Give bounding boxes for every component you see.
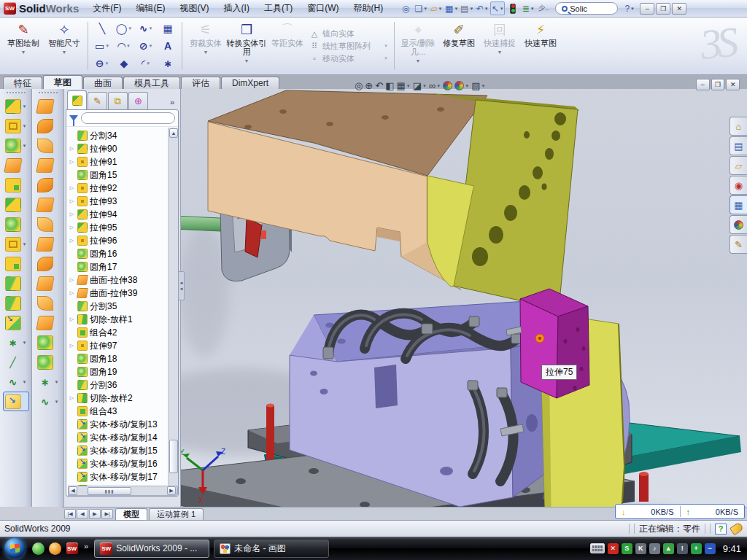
expand-arrow-icon[interactable]: ▷ [69, 185, 75, 191]
tree-item-曲面-拉伸39[interactable]: ▷曲面-拉伸39 [66, 287, 168, 300]
doc-nav-|◀[interactable]: |◀ [64, 509, 76, 519]
file-explorer-tab[interactable]: ▱ [729, 156, 747, 175]
design-library-tab[interactable]: ▤ [729, 136, 747, 155]
model-canvas[interactable]: Y Z X [181, 89, 747, 507]
tray-key-icon[interactable]: K [635, 543, 646, 554]
tray-sync-icon[interactable]: ▲ [663, 543, 674, 554]
tree-item-组合42[interactable]: 组合42 [66, 326, 168, 339]
circle-icon[interactable]: ◯▼ [113, 20, 135, 37]
solidworks-resources-tab[interactable]: ⌂ [729, 117, 747, 136]
tree-item-实体-移动/复制13[interactable]: 实体-移动/复制13 [66, 418, 168, 431]
solidworks-search-tab[interactable]: ◉ [729, 176, 747, 195]
tree-item-拉伸93[interactable]: ▷拉伸93 [66, 195, 168, 208]
expand-arrow-icon[interactable]: ▷ [69, 146, 75, 152]
toolbar-grip[interactable] [7, 92, 26, 93]
overflow-icon[interactable]: 少.. [536, 1, 551, 15]
surface-cut-icon[interactable] [37, 254, 59, 273]
menu-工具(T)[interactable]: 工具(T) [258, 0, 299, 17]
arc-icon[interactable]: ◠▼ [113, 37, 135, 55]
button-草图绘制[interactable]: ✎草图绘制▼ [3, 19, 44, 73]
view-settings-icon[interactable]: ▨▼ [471, 80, 485, 91]
close-button[interactable]: ✕ [672, 3, 686, 15]
tray-network-warning-icon[interactable]: ! [677, 543, 688, 554]
expand-arrow-icon[interactable]: ▷ [69, 198, 75, 204]
view-orientation-icon[interactable]: ▦▼ [396, 80, 410, 91]
boundary-surface-icon[interactable] [37, 155, 59, 175]
tree-item-圆角16[interactable]: 圆角16 [66, 247, 168, 260]
help-button[interactable]: ?▼ [622, 1, 637, 15]
tray-antivirus-icon[interactable]: ✕ [608, 543, 619, 554]
propertymanager-tab[interactable]: ✎ [88, 92, 107, 109]
shell-icon[interactable] [5, 175, 27, 195]
tree-item-拉伸96[interactable]: ▷拉伸96 [66, 234, 168, 247]
tree-item-拉伸90[interactable]: ▷拉伸90 [66, 142, 168, 155]
tab-草图[interactable]: 草图 [43, 75, 82, 89]
checklist-icon[interactable]: ≣▼ [521, 1, 535, 15]
status-help-icon[interactable]: ? [715, 524, 727, 534]
previous-view-icon[interactable]: ↶ [375, 80, 383, 91]
scroll-right-button[interactable]: ▶ [167, 486, 176, 495]
boss-extrude-icon[interactable]: ▼ [5, 96, 27, 116]
featuremanager-tab[interactable] [67, 90, 87, 109]
zoom-area-icon[interactable]: ⊕ [365, 80, 373, 91]
tab-DimXpert[interactable]: DimXpert [221, 77, 279, 89]
doc-tab-运动算例 1[interactable]: 运动算例 1 [149, 508, 204, 520]
panel-splitter[interactable]: ◂◂ [178, 271, 185, 300]
quicklaunch-messenger-icon[interactable] [32, 542, 44, 555]
move-copy-body-icon[interactable] [5, 313, 27, 332]
c-surface-icon[interactable] [37, 136, 59, 155]
point-icon[interactable]: ∗ [157, 55, 179, 72]
rectangle-icon[interactable]: ▭▼ [91, 37, 113, 55]
view-palette-tab[interactable]: ▦ [729, 195, 747, 214]
toolbar-grip[interactable] [39, 92, 58, 93]
task-未命名 - 画图[interactable]: 未命名 - 画图 [214, 540, 329, 558]
traffic-light-icon[interactable] [506, 1, 520, 15]
rib-icon[interactable] [5, 155, 27, 175]
task-SolidWorks 2009 - ...[interactable]: SWSolidWorks 2009 - ... [94, 540, 209, 558]
thicken-icon[interactable] [37, 313, 59, 332]
save-icon[interactable]: ▦▼ [444, 1, 459, 15]
zoom-fit-icon[interactable]: ◎ [355, 80, 363, 91]
ref-point-icon[interactable]: ∗▼ [37, 372, 59, 392]
graphics-viewport[interactable]: Y Z X ◎⊕↶◧▦▼◪▼∞▼▼▨▼ 拉伸75 [181, 89, 747, 507]
knit-surface-icon[interactable] [37, 175, 59, 195]
split-body-icon[interactable] [5, 293, 27, 313]
select-icon[interactable]: ↖▼ [490, 1, 505, 15]
extend-surface-icon[interactable] [37, 214, 59, 234]
dome-icon[interactable] [5, 214, 27, 234]
combine-icon[interactable] [5, 254, 27, 273]
edit-appearance-icon[interactable] [443, 81, 452, 90]
scroll-up-button[interactable]: ▲ [169, 128, 178, 138]
button-智能尺寸[interactable]: ✧智能尺寸▼ [44, 19, 85, 73]
line-icon[interactable]: ╲ [91, 20, 113, 37]
fillet-surface-icon[interactable] [37, 352, 59, 372]
tree-item-拉伸94[interactable]: ▷拉伸94 [66, 208, 168, 221]
tray-volume-icon[interactable]: ♪ [649, 543, 660, 554]
tab-曲面[interactable]: 曲面 [83, 77, 123, 89]
replace-face-icon[interactable] [37, 293, 59, 313]
tab-评估[interactable]: 评估 [181, 77, 220, 89]
polygon-icon[interactable]: ◆ [113, 55, 135, 72]
tree-item-实体-移动/复制17[interactable]: 实体-移动/复制17 [66, 470, 168, 483]
tree-item-圆角15[interactable]: 圆角15 [66, 168, 168, 182]
expand-arrow-icon[interactable]: ▷ [69, 290, 75, 296]
expand-arrow-icon[interactable]: ▷ [69, 343, 75, 349]
sketch-pattern-icon[interactable]: ▦ [157, 20, 179, 37]
tree-vertical-scrollbar[interactable]: ▲ ▼ [168, 128, 178, 496]
tree-item-拉伸97[interactable]: ▷拉伸97 [66, 339, 168, 352]
spline-icon[interactable]: ∿▼ [135, 20, 157, 37]
menu-插入(I)[interactable]: 插入(I) [217, 0, 256, 17]
tree-item-切除-放样1[interactable]: ▷切除-放样1 [66, 313, 168, 326]
apply-scene-icon[interactable]: ▼ [454, 81, 469, 90]
expand-arrow-icon[interactable]: ▷ [69, 316, 75, 322]
new-document-icon[interactable]: ❏▼ [414, 1, 428, 15]
expand-arrow-icon[interactable]: ▷ [69, 225, 75, 230]
tray-monitor-icon[interactable]: − [705, 543, 716, 554]
extruded-cut-icon[interactable]: ▼ [5, 116, 27, 136]
tray-guard-icon[interactable]: S [622, 543, 632, 554]
dimxpertmanager-tab[interactable]: ⊕ [128, 92, 148, 109]
ellipse-icon[interactable]: ⊘▼ [135, 37, 157, 55]
scroll-left-button[interactable]: ◀ [69, 486, 77, 495]
tree-item-实体-移动/复制16[interactable]: 实体-移动/复制16 [66, 457, 168, 470]
vertical-scroll-thumb[interactable] [169, 440, 178, 473]
